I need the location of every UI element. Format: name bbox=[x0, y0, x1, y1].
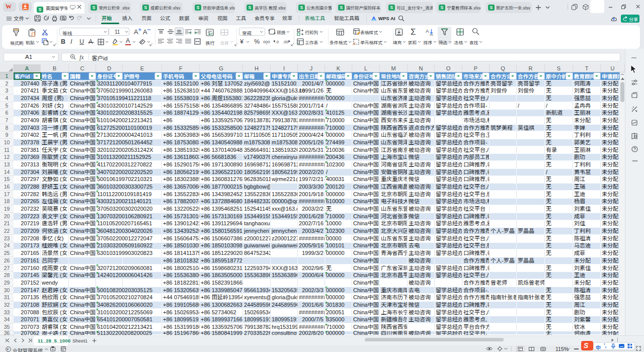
svg-text:A: A bbox=[426, 28, 429, 34]
svg-text:.00: .00 bbox=[283, 40, 289, 44]
svg-text:.0: .0 bbox=[276, 40, 279, 44]
svg-text:000: 000 bbox=[263, 40, 270, 44]
svg-text:¥: ¥ bbox=[7, 347, 9, 351]
